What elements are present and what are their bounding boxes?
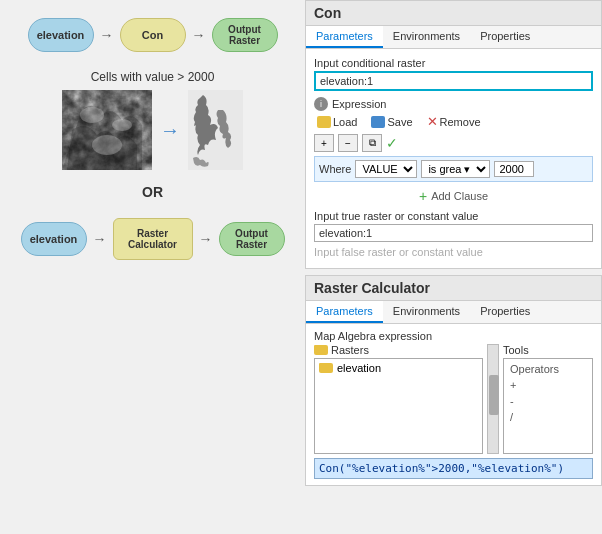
tool-operators[interactable]: Operators [506, 361, 590, 377]
input-raster-field[interactable] [314, 71, 593, 91]
left-panel: elevation → Con → OutputRaster Cells wit… [0, 0, 305, 534]
svg-point-4 [112, 119, 132, 131]
rc-tabs: Parameters Environments Properties [306, 301, 601, 324]
process-arrow: → [160, 119, 180, 142]
tab-rc-properties[interactable]: Properties [470, 301, 540, 323]
folder-icon [314, 345, 328, 355]
node-elevation-1: elevation [28, 18, 94, 52]
where-field-select[interactable]: VALUE [355, 160, 417, 178]
raster-calculator-panel: Raster Calculator Parameters Environment… [305, 275, 602, 486]
clause-controls: + − ⧉ ✓ [314, 134, 593, 152]
clause-copy-btn[interactable]: ⧉ [362, 134, 382, 152]
rc-rasters-column: Rasters elevation [314, 344, 483, 454]
remove-icon: ✕ [427, 114, 438, 129]
expr-toolbar: Load Save ✕ Remove [314, 113, 593, 130]
arrow-4: → [199, 231, 213, 247]
right-panel: Con Parameters Environments Properties I… [305, 0, 602, 534]
node-output-2: OutputRaster [219, 222, 285, 256]
clause-add-btn[interactable]: + [314, 134, 334, 152]
node-con: Con [120, 18, 186, 52]
true-raster-label: Input true raster or constant value [314, 210, 593, 222]
svg-point-3 [80, 107, 104, 123]
tool-plus[interactable]: + [506, 377, 590, 393]
node-raster-calc: RasterCalculator [113, 218, 193, 260]
folder-icon-sm [319, 363, 333, 373]
cells-label: Cells with value > 2000 [91, 70, 215, 84]
con-panel: Con Parameters Environments Properties I… [305, 0, 602, 269]
rc-scroll-thumb [489, 375, 499, 415]
rc-rasters-label: Rasters [314, 344, 483, 356]
clause-remove-btn[interactable]: − [338, 134, 358, 152]
node-elevation-2: elevation [21, 222, 87, 256]
rc-columns: Rasters elevation Tools [314, 344, 593, 454]
result-image [188, 90, 243, 170]
cells-images: → [62, 90, 243, 170]
load-button[interactable]: Load [314, 113, 360, 130]
rc-rasters-list[interactable]: elevation [314, 358, 483, 454]
node-output-1: OutputRaster [212, 18, 278, 52]
where-row: Where VALUE is grea ▾ [314, 156, 593, 182]
con-body: Input conditional raster i Expression Lo… [306, 49, 601, 268]
flow-diagram-2: elevation → RasterCalculator → OutputRas… [10, 214, 295, 264]
tool-divide[interactable]: / [506, 409, 590, 425]
tab-rc-environments[interactable]: Environments [383, 301, 470, 323]
rc-tools-column: Tools Operators + - / [503, 344, 593, 454]
add-clause-button[interactable]: + Add Clause [314, 186, 593, 206]
load-icon [317, 116, 331, 128]
tab-parameters[interactable]: Parameters [306, 26, 383, 48]
where-operator-select[interactable]: is grea ▾ [421, 160, 490, 178]
tab-rc-parameters[interactable]: Parameters [306, 301, 383, 323]
tool-minus[interactable]: - [506, 393, 590, 409]
info-icon: i [314, 97, 328, 111]
remove-button[interactable]: ✕ Remove [424, 113, 484, 130]
raster-item-elevation[interactable]: elevation [317, 361, 480, 375]
con-tabs: Parameters Environments Properties [306, 26, 601, 49]
raster-image [62, 90, 152, 170]
flow-diagram-1: elevation → Con → OutputRaster [10, 10, 295, 60]
tab-properties[interactable]: Properties [470, 26, 540, 48]
save-icon [371, 116, 385, 128]
cells-area: Cells with value > 2000 [10, 70, 295, 170]
add-icon: + [419, 188, 427, 204]
tab-environments[interactable]: Environments [383, 26, 470, 48]
arrow-2: → [192, 27, 206, 43]
rc-title: Raster Calculator [306, 276, 601, 301]
rc-body: Map Algebra expression Rasters elevation [306, 324, 601, 485]
rc-scrollbar[interactable] [487, 344, 499, 454]
arrow-3: → [93, 231, 107, 247]
rc-expr-label: Map Algebra expression [314, 330, 593, 342]
con-title: Con [306, 1, 601, 26]
rc-expression-bar[interactable]: Con("%elevation%">2000,"%elevation%") [314, 458, 593, 479]
where-value-input[interactable] [494, 161, 534, 177]
true-raster-field[interactable] [314, 224, 593, 242]
svg-point-5 [92, 135, 122, 155]
false-raster-label: Input false raster or constant value [314, 246, 593, 258]
check-icon: ✓ [386, 135, 398, 151]
expression-section: i Expression [314, 97, 593, 111]
input-raster-label: Input conditional raster [314, 57, 593, 69]
save-button[interactable]: Save [368, 113, 415, 130]
rc-tools-list[interactable]: Operators + - / [503, 358, 593, 454]
rc-tools-label: Tools [503, 344, 593, 356]
arrow-1: → [100, 27, 114, 43]
or-label: OR [10, 184, 295, 200]
